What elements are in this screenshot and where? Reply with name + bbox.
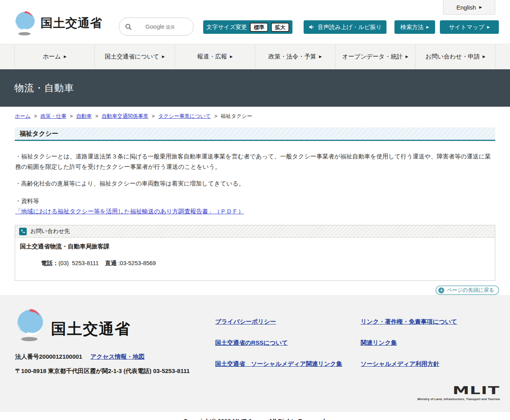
back-to-top-button[interactable]: ▲ ページの先頭に戻る (435, 285, 499, 295)
site-logo[interactable]: 国土交通省 (14, 10, 102, 36)
sitemap-label: サイトマップ (449, 23, 484, 31)
breadcrumb-separator: > (95, 113, 98, 119)
phone-number: (03) 5253-8111 (59, 260, 99, 266)
back-to-top-row: ▲ ページの先頭に戻る (11, 285, 499, 295)
footer-link-item: 関連リンク集 (361, 339, 457, 347)
font-standard-button[interactable]: 標準 (250, 23, 268, 32)
contact-title: お問い合わせ先 (30, 228, 70, 235)
sitemap-button[interactable]: サイトマップ ▶ (440, 20, 499, 34)
footer-wrap: 国土交通省 法人番号2000012100001 アクセス情報・地図 〒100-8… (0, 295, 510, 420)
mlit-logo-text: MLIT (453, 385, 500, 396)
arrow-right-icon: ▶ (479, 6, 482, 9)
font-large-button[interactable]: 拡大 (271, 23, 289, 32)
page: 国土交通省 Google提供 文字サイズ変更 標準 拡大 音声読み上げ・ルビ振り (0, 0, 510, 420)
mlit-mark-icon[interactable] (15, 308, 45, 342)
privacy-policy-link[interactable]: プライバシーポリシー (215, 318, 276, 325)
search-placeholder: Google提供 (132, 23, 188, 30)
social-media-links-link[interactable]: 国土交通省 ソーシャルメディア関連リンク集 (215, 360, 342, 367)
nav-label: ホーム (43, 53, 61, 61)
breadcrumb-separator: > (34, 113, 37, 119)
footer-links-col1: プライバシーポリシー 国土交通省のRSSについて 国土交通省 ソーシャルメディア… (215, 318, 342, 381)
contact-phone-line: 電話：(03) 5253-8111直通 :03-5253-8569 (20, 253, 490, 273)
english-button[interactable]: English ▶ (443, 0, 495, 15)
nav-item-about[interactable]: 国土交通省について ▶ (94, 44, 175, 69)
phone-label: 電話： (41, 260, 59, 266)
pdf-report-link[interactable]: 「地域における福祉タクシー等を活用した福祉輸送のあり方調査報告書」（ＰＤＦ） (15, 208, 244, 215)
arrow-right-icon: ▶ (162, 55, 165, 59)
footer-link-item: リンク・著作権・免責事項について (361, 318, 457, 326)
page-title: 物流・自動車 (14, 82, 74, 94)
section-heading: 福祉タクシー (15, 127, 495, 141)
nav-item-home[interactable]: ホーム ▶ (14, 44, 94, 69)
arrow-right-icon: ▶ (64, 55, 67, 59)
site-header: 国土交通省 Google提供 文字サイズ変更 標準 拡大 音声読み上げ・ルビ振り (0, 0, 510, 44)
nav-item-press[interactable]: 報道・広報 ▶ (175, 44, 255, 69)
copyright-bar: Copyright© 2008 MLIT Japan. All Rights R… (0, 412, 510, 420)
contact-department: 国土交通省物流・自動車局旅客課 (20, 243, 490, 250)
arrow-right-icon: ▶ (319, 55, 322, 59)
paragraph-trend: ・高齢化社会の進展等により、福祉タクシーの車両数等は着実に増加してきている。 (15, 178, 495, 189)
breadcrumb-current: 福祉タクシー (221, 113, 252, 119)
search-method-label: 検索方法 (400, 23, 424, 31)
search-icon (125, 23, 132, 31)
english-label: English (456, 4, 476, 11)
arrow-right-icon: ▶ (426, 25, 429, 29)
footer-link-item: ソーシャルメディア利用方針 (361, 360, 457, 368)
nav-label: オープンデータ・統計 (342, 53, 403, 61)
pdf-link-row: 「地域における福祉タクシー等を活用した福祉輸送のあり方調査報告書」（ＰＤＦ） (15, 206, 495, 217)
breadcrumb-separator: > (152, 113, 155, 119)
phone-badge (19, 228, 27, 235)
arrow-right-icon: ▶ (230, 55, 233, 59)
breadcrumb-separator: > (214, 113, 218, 119)
footer-corporate-number: 法人番号2000012100001 アクセス情報・地図 (15, 353, 145, 361)
font-size-label: 文字サイズ変更 (206, 23, 247, 31)
corporate-number: 法人番号2000012100001 (15, 353, 82, 360)
paragraph-definition: ・福祉タクシーとは、道路運送法第３条に掲げる一般乗用旅客自動車運送事業を営む者で… (15, 151, 495, 172)
breadcrumb-link[interactable]: 自動車 (76, 113, 92, 119)
search-input[interactable]: Google提供 (119, 18, 194, 36)
breadcrumb-link[interactable]: 自動車交通関係事業 (102, 113, 148, 119)
mlit-subtitle: Ministry of Land, Infrastructure, Transp… (418, 397, 500, 401)
footer-address: 〒100-8918 東京都千代田区霞が関2-1-3 (代表電話) 03-5253… (15, 367, 190, 375)
copyright-text: Copyright© 2008 MLIT Japan. All Rights R… (183, 418, 327, 420)
speaker-icon (308, 24, 315, 30)
text-to-speech-button[interactable]: 音声読み上げ・ルビ振り (304, 20, 386, 34)
footer-site-title: 国土交通省 (51, 319, 131, 339)
breadcrumb-link[interactable]: タクシー事業について (158, 113, 211, 119)
arrow-right-icon: ▶ (406, 55, 408, 59)
nav-item-inquiry[interactable]: お問い合わせ・申請 ▶ (415, 44, 496, 69)
arrow-up-icon: ▲ (438, 287, 444, 293)
global-nav: ホーム ▶ 国土交通省について ▶ 報道・広報 ▶ 政策・法令・予算 ▶ オープ… (0, 44, 510, 69)
tts-label: 音声読み上げ・ルビ振り (318, 23, 382, 31)
social-media-policy-link[interactable]: ソーシャルメディア利用方針 (361, 360, 439, 367)
nav-item-opendata[interactable]: オープンデータ・統計 ▶ (335, 44, 415, 69)
footer-links-col2: リンク・著作権・免責事項について 関連リンク集 ソーシャルメディア利用方針 (361, 318, 457, 381)
copyright-disclaimer-link[interactable]: リンク・著作権・免責事項について (361, 318, 457, 325)
breadcrumb-link[interactable]: 政策・仕事 (40, 113, 66, 119)
back-to-top-label: ページの先頭に戻る (447, 287, 494, 294)
footer-link-item: 国土交通省 ソーシャルメディア関連リンク集 (215, 360, 342, 368)
font-size-button[interactable]: 文字サイズ変更 標準 拡大 (203, 20, 292, 34)
breadcrumb: ホーム > 政策・仕事 > 自動車 > 自動車交通関係事業 > タクシー事業につ… (15, 113, 495, 120)
related-links-link[interactable]: 関連リンク集 (361, 339, 397, 346)
nav-label: 国土交通省について (105, 53, 159, 61)
phone-icon (21, 229, 26, 234)
footer-link-item: プライバシーポリシー (215, 318, 342, 326)
contact-header: お問い合わせ先 (15, 225, 495, 238)
nav-label: 政策・法令・予算 (269, 53, 316, 61)
site-title: 国土交通省 (41, 15, 102, 31)
contact-body: 国土交通省物流・自動車局旅客課 電話：(03) 5253-8111直通 :03-… (15, 238, 495, 280)
arrow-right-icon: ▶ (483, 55, 485, 59)
nav-item-policy[interactable]: 政策・法令・予算 ▶ (255, 44, 335, 69)
access-map-link[interactable]: アクセス情報・地図 (90, 353, 145, 360)
direct-number: :03-5253-8569 (118, 260, 156, 266)
contact-box: お問い合わせ先 国土交通省物流・自動車局旅客課 電話：(03) 5253-811… (15, 225, 495, 281)
search-method-button[interactable]: 検索方法 ▶ (394, 20, 435, 34)
breadcrumb-link[interactable]: ホーム (15, 113, 31, 119)
rss-link[interactable]: 国土交通省のRSSについて (215, 339, 288, 346)
direct-label: 直通 (105, 260, 117, 266)
footer: 国土交通省 法人番号2000012100001 アクセス情報・地図 〒100-8… (0, 295, 510, 412)
arrow-right-icon: ▶ (487, 25, 490, 29)
footer-link-item: 国土交通省のRSSについて (215, 339, 342, 347)
nav-label: お問い合わせ・申請 (426, 53, 480, 61)
